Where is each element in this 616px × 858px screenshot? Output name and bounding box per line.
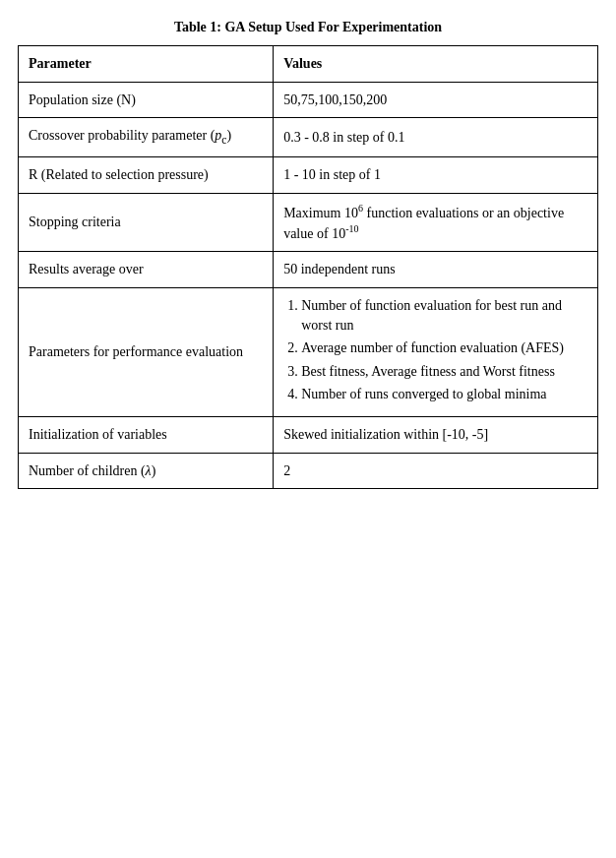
value-performance-eval: Number of function evaluation for best r…: [274, 288, 598, 417]
param-population-size: Population size (N): [19, 82, 274, 118]
param-children-prefix: Number of children (: [29, 463, 146, 478]
value-crossover: 0.3 - 0.8 in step of 0.1: [274, 118, 598, 157]
value-stopping-criteria: Maximum 106 function evaluations or an o…: [274, 193, 598, 252]
stopping-sup2: -10: [345, 223, 358, 234]
table-row: Parameters for performance evaluation Nu…: [19, 288, 598, 417]
table-title: Table 1: GA Setup Used For Experimentati…: [174, 20, 442, 35]
table-row: Results average over 50 independent runs: [19, 252, 598, 288]
value-selection-pressure: 1 - 10 in step of 1: [274, 157, 598, 194]
param-crossover-suffix: ): [227, 128, 232, 143]
value-initialization: Skewed initialization within [-10, -5]: [274, 416, 598, 453]
param-crossover-prefix: Crossover probability parameter (: [29, 128, 215, 143]
table-row: Crossover probability parameter (pc) 0.3…: [19, 118, 598, 157]
table-row: Stopping criteria Maximum 106 function e…: [19, 193, 598, 252]
list-item: Number of runs converged to global minim…: [301, 385, 587, 404]
stopping-text1: Maximum 10: [283, 206, 358, 220]
table-header-row: Parameter Values: [19, 46, 598, 83]
value-results-average: 50 independent runs: [274, 252, 598, 288]
param-results-average: Results average over: [19, 252, 274, 288]
table-row: Initialization of variables Skewed initi…: [19, 416, 598, 453]
param-selection-pressure: R (Related to selection pressure): [19, 157, 274, 194]
param-stopping-criteria: Stopping criteria: [19, 193, 274, 252]
param-initialization: Initialization of variables: [19, 416, 274, 453]
table-row: Population size (N) 50,75,100,150,200: [19, 82, 598, 118]
table-row: R (Related to selection pressure) 1 - 10…: [19, 157, 598, 194]
param-children: Number of children (λ): [19, 453, 274, 489]
value-children: 2: [274, 453, 598, 489]
list-item: Average number of function evaluation (A…: [301, 338, 587, 358]
param-children-suffix: ): [152, 463, 156, 478]
value-population-size: 50,75,100,150,200: [274, 82, 598, 118]
header-parameter: Parameter: [19, 46, 274, 83]
param-performance-eval: Parameters for performance evaluation: [19, 288, 274, 417]
performance-list: Number of function evaluation for best r…: [301, 296, 587, 404]
ga-setup-table: Parameter Values Population size (N) 50,…: [18, 45, 598, 489]
header-values: Values: [274, 46, 598, 83]
list-item: Best fitness, Average fitness and Worst …: [301, 362, 587, 382]
list-item: Number of function evaluation for best r…: [301, 296, 587, 335]
table-row: Number of children (λ) 2: [19, 453, 598, 489]
param-crossover: Crossover probability parameter (pc): [19, 118, 274, 157]
